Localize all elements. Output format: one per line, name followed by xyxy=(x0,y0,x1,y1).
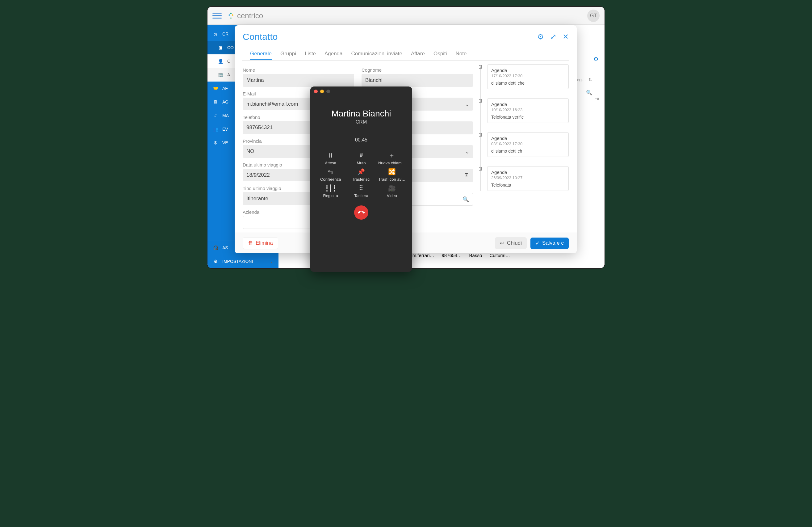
timeline-item[interactable]: 🗓 Agenda10/10/2023 16:23Telefonata verif… xyxy=(487,98,569,123)
logo-text: centrico xyxy=(237,11,263,20)
transfer-button[interactable]: 📌Trasferisci xyxy=(346,168,376,182)
video-button[interactable]: 🎥Video xyxy=(377,185,407,198)
calendar-icon: 🗓 xyxy=(478,98,485,105)
call-actions-grid: ⏸Attesa 🎙Muto ＋Nuova chiam… ⇆Conferenza … xyxy=(310,143,412,201)
new-call-button[interactable]: ＋Nuova chiam… xyxy=(377,152,407,165)
search-icon: 🔍 xyxy=(463,196,469,203)
cell-email: m.ferrari… xyxy=(412,253,434,258)
cell-interest: Cultural… xyxy=(489,253,510,258)
sort-icon: ⇅ xyxy=(589,77,592,82)
close-icon[interactable]: ✕ xyxy=(563,32,569,41)
call-contact-name: Martina Bianchi xyxy=(310,109,412,119)
call-titlebar xyxy=(310,86,412,96)
plus-icon: ＋ xyxy=(389,152,395,159)
building-icon: 🏢 xyxy=(217,72,223,78)
handshake-icon: 🤝 xyxy=(213,85,219,91)
pause-icon: ⏸ xyxy=(328,152,334,159)
conference-button[interactable]: ⇆Conferenza xyxy=(316,168,345,182)
tab-affare[interactable]: Affare xyxy=(411,48,425,60)
gauge-icon: ◷ xyxy=(213,31,219,37)
calendar-icon: 🗓 xyxy=(478,64,485,71)
expand-icon[interactable]: ⤢ xyxy=(550,32,556,41)
chevron-down-icon: ⌄ xyxy=(465,148,469,155)
delete-button[interactable]: 🗑Elimina xyxy=(243,237,278,249)
window-zoom-icon[interactable] xyxy=(327,89,330,93)
logo: centrico xyxy=(227,11,263,20)
cogs-icon: ⚙ xyxy=(213,258,219,265)
logo-icon xyxy=(227,11,235,20)
phone-hangup-icon xyxy=(358,209,365,216)
shuffle-icon: 🔀 xyxy=(388,168,396,175)
cell-priority: Basso xyxy=(469,253,482,258)
headset-icon: 🎧 xyxy=(213,245,219,251)
tab-liste[interactable]: Liste xyxy=(305,48,316,60)
person-icon: 👤 xyxy=(217,58,223,64)
keypad-button[interactable]: ⠿Tastiera xyxy=(346,185,376,198)
calendar-icon: 🗓 xyxy=(464,172,469,179)
timeline-item[interactable]: 🗓 Agenda03/10/2023 17:30ci siamo detti c… xyxy=(487,132,569,157)
tabs: Generale Gruppi Liste Agenda Comunicazio… xyxy=(242,44,569,60)
app-header: centrico GT xyxy=(207,7,605,25)
hamburger-menu-icon[interactable] xyxy=(213,11,222,20)
gear-icon[interactable]: ⚙ xyxy=(593,56,598,62)
tab-gruppi[interactable]: Gruppi xyxy=(280,48,296,60)
sidebar-item-settings[interactable]: ⚙IMPOSTAZIONI⌄ xyxy=(207,255,278,268)
call-window: Martina Bianchi CRM 00:45 ⏸Attesa 🎙Muto … xyxy=(310,86,412,272)
label-nome: Nome xyxy=(243,67,354,73)
tab-comunicazioni[interactable]: Comunicazioni inviate xyxy=(351,48,402,60)
modal-header: Contatto ⚙ ⤢ ✕ xyxy=(235,25,577,44)
nome-field[interactable] xyxy=(243,74,354,87)
label-cognome: Cognome xyxy=(362,67,473,73)
transfer-icon: 📌 xyxy=(357,168,365,175)
tab-generale[interactable]: Generale xyxy=(250,48,272,60)
tab-ospiti[interactable]: Ospiti xyxy=(434,48,447,60)
hash-icon: # xyxy=(213,112,219,119)
conference-icon: ⇆ xyxy=(328,168,333,175)
call-timer: 00:45 xyxy=(310,137,412,143)
chevron-down-icon: ⌄ xyxy=(465,101,469,108)
calendar-icon: 🗓 xyxy=(213,99,219,105)
save-button[interactable]: ✓Salva e c xyxy=(531,238,569,249)
keypad-icon: ⠿ xyxy=(359,185,363,191)
check-icon: ✓ xyxy=(535,240,540,246)
hold-button[interactable]: ⏸Attesa xyxy=(316,152,345,165)
calendar-icon: 🗓 xyxy=(478,132,485,139)
people-icon: ▣ xyxy=(217,44,223,51)
hangup-button[interactable] xyxy=(354,205,368,219)
search-icon[interactable]: 🔍 xyxy=(586,89,592,96)
close-button[interactable]: ↩Chiudi xyxy=(495,237,527,249)
expand-right-icon[interactable]: ⇥ xyxy=(595,96,599,102)
waveform-icon: ┇┃┇ xyxy=(325,185,336,191)
timeline-item[interactable]: 🗓 Agenda17/10/2023 17:30ci siamo detti c… xyxy=(487,64,569,89)
cognome-field[interactable] xyxy=(362,74,473,87)
video-icon: 🎥 xyxy=(388,185,396,191)
window-minimize-icon[interactable] xyxy=(320,89,324,93)
tab-agenda[interactable]: Agenda xyxy=(324,48,343,60)
group-icon: 👥 xyxy=(213,126,219,132)
calendar-icon: 🗓 xyxy=(478,166,485,173)
reply-icon: ↩ xyxy=(500,240,505,246)
window-close-icon[interactable] xyxy=(314,89,318,93)
record-button[interactable]: ┇┃┇Registra xyxy=(316,185,345,198)
attended-transfer-button[interactable]: 🔀Trasf. con av… xyxy=(377,168,407,182)
chevron-down-icon: ⌄ xyxy=(270,259,274,264)
avatar[interactable]: GT xyxy=(587,10,599,22)
mic-icon: 🎙 xyxy=(358,152,364,159)
timeline-item[interactable]: 🗓 Agenda26/09/2023 10:27Telefonata xyxy=(487,166,569,191)
cell-phone: 987654… xyxy=(442,253,462,258)
tab-note[interactable]: Note xyxy=(455,48,466,60)
dollar-icon: $ xyxy=(213,140,219,146)
call-source[interactable]: CRM xyxy=(310,119,412,125)
mute-button[interactable]: 🎙Muto xyxy=(346,152,376,165)
modal-title: Contatto xyxy=(243,31,278,42)
gear-icon[interactable]: ⚙ xyxy=(537,32,544,41)
trash-icon: 🗑 xyxy=(248,240,253,246)
timeline: 🗓 Agenda17/10/2023 17:30ci siamo detti c… xyxy=(476,64,569,229)
